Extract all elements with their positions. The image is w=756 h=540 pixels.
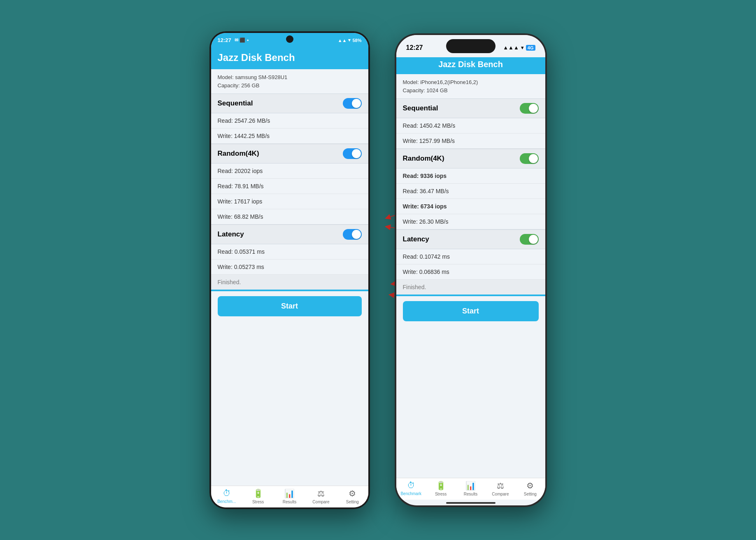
iphone-benchmark-icon: ⏱ bbox=[407, 481, 415, 490]
iphone-nav-benchmark[interactable]: ⏱ Benchmark bbox=[396, 481, 426, 496]
iphone-status-bar: 12:27 ▲▲▲ ▾ 4G bbox=[396, 35, 545, 57]
android-phone: 12:27 ✉ ⬛ ● ▲▲ ▾ 58% Jazz Disk Bench bbox=[209, 31, 370, 509]
android-capacity: Capacity: 256 GB bbox=[218, 82, 362, 90]
iphone-model: Model: iPhone16,2(iPhone16,2) bbox=[403, 78, 539, 87]
android-benchmark-icon: ⏱ bbox=[223, 489, 231, 498]
iphone-time: 12:27 bbox=[406, 44, 423, 51]
iphone-app-title: Jazz Disk Bench bbox=[403, 60, 539, 69]
android-nav-compare[interactable]: ⚖ Compare bbox=[305, 489, 337, 504]
android-status-bar: 12:27 ✉ ⬛ ● ▲▲ ▾ 58% bbox=[211, 33, 368, 48]
android-rand-read-mb: Read: 78.91 MB/s bbox=[211, 179, 368, 194]
android-stress-label: Stress bbox=[252, 500, 264, 504]
android-rand-write-iops: Write: 17617 iops bbox=[211, 194, 368, 209]
android-status-left: 12:27 ✉ ⬛ ● bbox=[218, 37, 249, 43]
android-nav-stress[interactable]: 🔋 Stress bbox=[242, 489, 274, 504]
iphone-rand-write-mb: Write: 26.30 MB/s bbox=[396, 214, 545, 229]
iphone-progress-bar bbox=[396, 295, 545, 296]
android-results-label: Results bbox=[283, 500, 296, 504]
iphone-signal-icon: ▲▲▲ bbox=[503, 44, 519, 51]
iphone-nav-compare[interactable]: ⚖ Compare bbox=[486, 481, 515, 496]
android-progress-bar bbox=[211, 290, 368, 291]
android-nav-results[interactable]: 📊 Results bbox=[274, 489, 305, 504]
android-battery: 58% bbox=[352, 38, 361, 43]
android-rand-read-iops: Read: 20202 iops bbox=[211, 164, 368, 179]
iphone-stress-label: Stress bbox=[435, 492, 447, 496]
android-latency-toggle[interactable] bbox=[343, 229, 362, 240]
iphone-sequential-toggle[interactable] bbox=[520, 103, 539, 114]
android-wifi: ▾ bbox=[348, 37, 351, 43]
android-lat-read: Read: 0.05371 ms bbox=[211, 244, 368, 259]
iphone-cellular-badge: 4G bbox=[526, 45, 535, 51]
android-app-title: Jazz Disk Bench bbox=[218, 52, 362, 63]
android-compare-icon: ⚖ bbox=[317, 489, 325, 498]
iphone-nav-stress[interactable]: 🔋 Stress bbox=[426, 481, 456, 496]
android-lat-write: Write: 0.05273 ms bbox=[211, 259, 368, 275]
iphone-header: Jazz Disk Bench bbox=[396, 57, 545, 74]
iphone-seq-write: Write: 1257.99 MB/s bbox=[396, 133, 545, 149]
android-random-section: Random(4K) bbox=[211, 144, 368, 164]
iphone-random-title: Random(4K) bbox=[403, 154, 444, 163]
iphone-rand-read-mb: Read: 36.47 MB/s bbox=[396, 184, 545, 199]
iphone-device-info: Model: iPhone16,2(iPhone16,2) Capacity: … bbox=[396, 74, 545, 99]
iphone-bottom-nav: ⏱ Benchmark 🔋 Stress 📊 Results ⚖ Compare bbox=[396, 478, 545, 500]
iphone-dynamic-island bbox=[446, 39, 495, 53]
iphone-random-section: Random(4K) bbox=[396, 149, 545, 168]
android-header: Jazz Disk Bench bbox=[211, 48, 368, 69]
android-dot: ● bbox=[247, 38, 249, 42]
android-nav-benchmark[interactable]: ⏱ Benchm... bbox=[211, 489, 242, 504]
iphone-results-label: Results bbox=[464, 492, 477, 496]
iphone-random-toggle[interactable] bbox=[520, 153, 539, 164]
iphone-home-indicator bbox=[446, 502, 495, 504]
android-time: 12:27 bbox=[218, 37, 231, 43]
iphone-latency-title: Latency bbox=[403, 235, 429, 243]
android-screen: 12:27 ✉ ⬛ ● ▲▲ ▾ 58% Jazz Disk Bench bbox=[211, 33, 368, 507]
android-latency-section: Latency bbox=[211, 224, 368, 244]
iphone-sequential-title: Sequential bbox=[403, 104, 438, 112]
android-finished: Finished. bbox=[211, 275, 368, 290]
iphone-finished: Finished. bbox=[396, 280, 545, 295]
android-compare-label: Compare bbox=[312, 500, 329, 504]
android-nav-setting[interactable]: ⚙ Setting bbox=[337, 489, 368, 504]
iphone-benchmark-label: Benchmark bbox=[400, 491, 421, 496]
android-app-content: Model: samsung SM-S928U1 Capacity: 256 G… bbox=[211, 69, 368, 486]
android-setting-label: Setting bbox=[346, 500, 359, 504]
iphone-latency-toggle[interactable] bbox=[520, 234, 539, 245]
iphone-nav-results[interactable]: 📊 Results bbox=[456, 481, 485, 496]
iphone-compare-icon: ⚖ bbox=[497, 481, 504, 491]
android-start-button[interactable]: Start bbox=[218, 296, 362, 316]
android-sequential-title: Sequential bbox=[218, 99, 253, 108]
iphone-nav-setting[interactable]: ⚙ Setting bbox=[515, 481, 545, 496]
iphone-latency-section: Latency bbox=[396, 229, 545, 249]
iphone-lat-read: Read: 0.10742 ms bbox=[396, 249, 545, 264]
android-model: Model: samsung SM-S928U1 bbox=[218, 73, 362, 82]
iphone-capacity: Capacity: 1024 GB bbox=[403, 86, 539, 95]
android-signal: ▲▲ bbox=[338, 38, 347, 43]
iphone-results-icon: 📊 bbox=[465, 481, 476, 491]
iphone-seq-read: Read: 1450.42 MB/s bbox=[396, 118, 545, 133]
iphone-app-content: Model: iPhone16,2(iPhone16,2) Capacity: … bbox=[396, 74, 545, 478]
android-random-toggle[interactable] bbox=[343, 148, 362, 159]
iphone-bottom-area: ⏱ Benchmark 🔋 Stress 📊 Results ⚖ Compare bbox=[396, 478, 545, 505]
iphone-rand-read-iops: Read: 9336 iops bbox=[396, 168, 545, 184]
android-seq-write: Write: 1442.25 MB/s bbox=[211, 129, 368, 144]
android-results-icon: 📊 bbox=[284, 489, 295, 498]
android-status-right: ▲▲ ▾ 58% bbox=[338, 37, 362, 43]
iphone-sequential-section: Sequential bbox=[396, 98, 545, 118]
android-sequential-toggle[interactable] bbox=[343, 98, 362, 109]
iphone-wifi-icon: ▾ bbox=[521, 44, 524, 51]
iphone-setting-icon: ⚙ bbox=[526, 481, 534, 491]
android-benchmark-label: Benchm... bbox=[217, 499, 236, 504]
android-camera bbox=[286, 35, 293, 43]
android-notif-icons: ✉ ⬛ bbox=[235, 37, 245, 43]
android-bottom-nav: ⏱ Benchm... 🔋 Stress 📊 Results ⚖ Compare… bbox=[211, 486, 368, 507]
android-random-title: Random(4K) bbox=[218, 150, 259, 158]
iphone-status-icons: ▲▲▲ ▾ 4G bbox=[503, 44, 535, 51]
iphone-rand-write-iops: Write: 6734 iops bbox=[396, 199, 545, 214]
iphone-start-button[interactable]: Start bbox=[403, 301, 539, 321]
android-seq-read: Read: 2547.26 MB/s bbox=[211, 113, 368, 129]
android-device-info: Model: samsung SM-S928U1 Capacity: 256 G… bbox=[211, 69, 368, 94]
iphone: 12:27 ▲▲▲ ▾ 4G Jazz Disk Bench Model: iP… bbox=[395, 33, 547, 507]
iphone-setting-label: Setting bbox=[524, 492, 537, 496]
android-latency-title: Latency bbox=[218, 230, 244, 238]
android-setting-icon: ⚙ bbox=[349, 489, 356, 498]
